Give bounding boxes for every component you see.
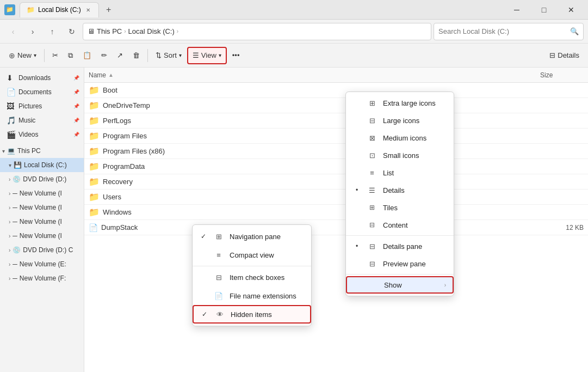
sort-arrow: ▲ — [108, 72, 114, 78]
tree-dvd-drive-d[interactable]: › 💿 DVD Drive (D:) — [0, 172, 84, 186]
sort-button[interactable]: ⇅ Sort ▾ — [151, 47, 186, 64]
sidebar-item-videos[interactable]: 🎬 Videos 📌 — [0, 127, 84, 142]
table-row[interactable]: 📄 DumpStack 12 KB — [84, 220, 588, 235]
sidebar-item-downloads[interactable]: ⬇ Downloads 📌 — [0, 71, 84, 85]
hidden-items-label: Hidden items — [231, 310, 272, 319]
folder-icon: 📁 — [89, 161, 100, 172]
file-name: Users — [103, 193, 121, 201]
checkboxes-label: Item check boxes — [230, 273, 284, 282]
sidebar-item-documents-label: Documents — [18, 88, 52, 96]
submenu-item-file-name-extensions[interactable]: 📄 File name extensions — [193, 286, 311, 305]
table-row[interactable]: 📁 Recovery — [84, 174, 588, 190]
check-hidden-items: ✓ — [200, 310, 209, 319]
table-row[interactable]: 📁 Windows — [84, 205, 588, 220]
close-button[interactable]: ✕ — [559, 2, 584, 18]
nvf-label: New Volume (F: — [20, 275, 66, 282]
tree-local-disk-c[interactable]: ▾ 💾 Local Disk (C:) — [0, 158, 84, 172]
file-name-cell: 📁 Recovery — [89, 176, 584, 187]
table-row[interactable]: 📁 Users — [84, 190, 588, 205]
maximize-button[interactable]: □ — [531, 2, 556, 18]
details-button[interactable]: ⊟ Details — [545, 47, 584, 64]
tree-new-volume-e[interactable]: › ─ New Volume (E: — [0, 257, 84, 271]
file-name-cell: 📁 Windows — [89, 207, 584, 217]
hidden-items-icon: 👁 — [214, 309, 225, 320]
refresh-button[interactable]: ↻ — [63, 23, 81, 40]
nv1-label: New Volume (I — [20, 190, 62, 197]
copy-button[interactable]: ⧉ — [64, 47, 77, 64]
file-name-cell: 📁 ProgramData — [89, 161, 584, 172]
breadcrumb-local-disk[interactable]: Local Disk (C:) — [128, 27, 175, 35]
nv4-icon: ─ — [13, 232, 17, 240]
delete-button[interactable]: 🗑 — [128, 47, 144, 64]
sidebar-item-documents[interactable]: 📄 Documents 📌 — [0, 85, 84, 99]
search-input[interactable] — [438, 27, 567, 35]
nvf-icon: ─ — [13, 275, 17, 282]
breadcrumb-this-pc[interactable]: This PC — [97, 27, 122, 35]
nv4-expand: › — [9, 233, 10, 239]
app-icon: 📁 — [4, 4, 15, 15]
table-row[interactable]: 📁 ProgramData — [84, 159, 588, 174]
table-row[interactable]: 📁 Program Files (x86) — [84, 144, 588, 159]
tree-section: ▾ 💻 This PC ▾ 💾 Local Disk (C:) › 💿 DVD … — [0, 143, 84, 286]
nv1-expand: › — [9, 191, 10, 197]
tree-new-volume-1[interactable]: › ─ New Volume (I — [0, 186, 84, 200]
back-button[interactable]: ‹ — [4, 23, 22, 40]
sidebar-item-pictures[interactable]: 🖼 Pictures 📌 — [0, 99, 84, 113]
paste-button[interactable]: 📋 — [78, 47, 96, 64]
tree-new-volume-4[interactable]: › ─ New Volume (I — [0, 229, 84, 243]
sidebar-item-music[interactable]: 🎵 Music 📌 — [0, 113, 84, 127]
share-button[interactable]: ↗ — [113, 47, 127, 64]
tree-new-volume-2[interactable]: › ─ New Volume (I — [0, 200, 84, 215]
tree-new-volume-f[interactable]: › ─ New Volume (F: — [0, 271, 84, 285]
check-item-checkboxes — [199, 273, 208, 282]
pin-icon3: 📌 — [73, 103, 79, 109]
quick-access-section: ⬇ Downloads 📌 📄 Documents 📌 🖼 Pictures 📌… — [0, 70, 84, 143]
navbar: ‹ › ↑ ↻ 🖥 This PC › Local Disk (C:) › 🔍 — [0, 20, 588, 44]
tab-local-disk[interactable]: 📁 Local Disk (C:) ✕ — [20, 2, 99, 17]
col-header-name[interactable]: Name ▲ — [89, 71, 540, 79]
music-icon: 🎵 — [7, 116, 15, 125]
tree-new-volume-3[interactable]: › ─ New Volume (I — [0, 215, 84, 229]
add-tab-button[interactable]: + — [101, 2, 116, 17]
nv3-expand: › — [9, 219, 10, 225]
forward-button[interactable]: › — [24, 23, 41, 40]
new-button[interactable]: ⊕ New ▾ — [4, 47, 41, 64]
rename-button[interactable]: ✏ — [97, 47, 112, 64]
view-icon: ☰ — [193, 51, 199, 59]
more-button[interactable]: ••• — [228, 47, 244, 64]
dvd2-expand: › — [9, 247, 10, 253]
cut-button[interactable]: ✂ — [48, 47, 63, 64]
menu-item-show[interactable]: Show › — [346, 276, 454, 294]
view-button[interactable]: ☰ View ▾ — [187, 47, 227, 64]
breadcrumb[interactable]: 🖥 This PC › Local Disk (C:) › — [83, 23, 431, 40]
tab-area: 📁 Local Disk (C:) ✕ + — [20, 2, 500, 17]
minimize-button[interactable]: ─ — [504, 2, 529, 18]
titlebar: 📁 📁 Local Disk (C:) ✕ + ─ □ ✕ — [0, 0, 588, 20]
menu-item-details-pane[interactable]: • ⊟ Details pane — [346, 237, 454, 255]
nv3-label: New Volume (I — [20, 218, 62, 225]
file-name: Windows — [103, 208, 132, 216]
tab-close-button[interactable]: ✕ — [84, 6, 92, 14]
submenu-item-item-check-boxes[interactable]: ⊟ Item check boxes — [193, 268, 311, 286]
pin-icon2: 📌 — [73, 89, 79, 95]
preview-pane-label: Preview pane — [383, 260, 426, 268]
pin-icon5: 📌 — [73, 132, 79, 137]
search-box[interactable]: 🔍 — [434, 23, 584, 40]
copy-icon: ⧉ — [68, 51, 73, 60]
submenu-sep1 — [193, 266, 311, 266]
submenu-item-hidden-items[interactable]: ✓ 👁 Hidden items — [193, 305, 311, 324]
table-row[interactable]: 📁 OneDriveTemp — [84, 98, 588, 113]
up-button[interactable]: ↑ — [44, 23, 61, 40]
folder-icon: 📁 — [89, 85, 100, 95]
submenu-item-compact-view[interactable]: ≡ Compact view — [193, 246, 311, 264]
table-row[interactable]: 📁 PerfLogs — [84, 113, 588, 129]
local-disk-c-icon: 💾 — [14, 161, 22, 169]
pin-icon: 📌 — [73, 75, 79, 81]
col-header-size[interactable]: Size — [540, 71, 584, 79]
menu-item-preview-pane[interactable]: ⊟ Preview pane — [346, 255, 454, 272]
extensions-label: File name extensions — [230, 292, 296, 300]
table-row[interactable]: 📁 Boot — [84, 83, 588, 98]
table-row[interactable]: 📁 Program Files — [84, 129, 588, 144]
tree-dvd-drive-d2[interactable]: › 💿 DVD Drive (D:) C — [0, 243, 84, 257]
tree-this-pc[interactable]: ▾ 💻 This PC — [0, 144, 84, 158]
